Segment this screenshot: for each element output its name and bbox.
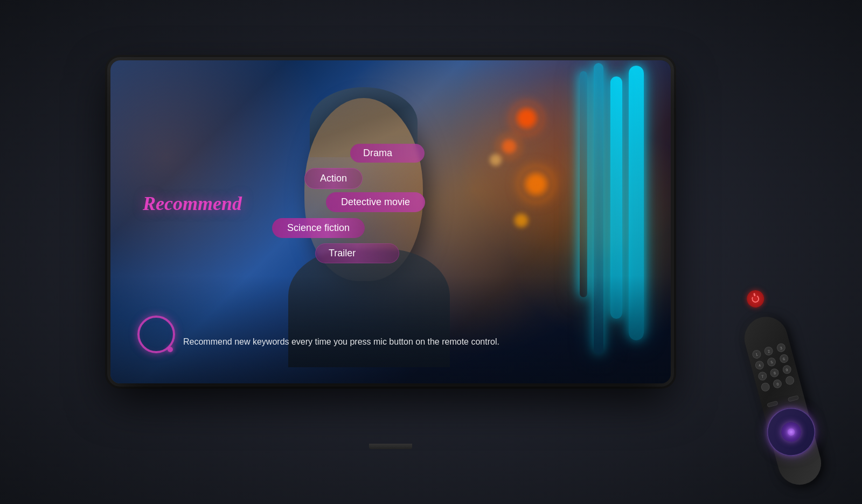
btn-1[interactable]: 1 [752,349,762,360]
remote-number-grid: 1 2 3 4 5 6 7 8 9 0 [752,342,796,392]
power-icon [751,294,760,303]
keyword-bubble-scifi[interactable]: Science fiction [272,218,365,238]
btn-5[interactable]: 5 [767,356,777,367]
btn-3[interactable]: 3 [776,342,787,353]
remote-body: 1 2 3 4 5 6 7 8 9 0 [740,312,826,489]
remote-btn-left[interactable] [767,401,778,408]
btn-6[interactable]: 6 [778,353,789,364]
voice-dot [168,347,173,352]
btn-star[interactable] [760,382,771,393]
btn-8[interactable]: 8 [769,368,780,379]
tv-frame: Recommend Drama Action Detective movie S… [110,60,671,383]
btn-7[interactable]: 7 [757,371,768,382]
tv-screen: Recommend Drama Action Detective movie S… [110,60,671,383]
btn-hash[interactable] [784,375,795,386]
btn-9[interactable]: 9 [782,365,793,375]
remote-dpad[interactable] [761,402,821,461]
btn-0[interactable]: 0 [772,379,783,389]
keyword-bubble-detective[interactable]: Detective movie [326,192,425,212]
remote-power-button[interactable] [745,288,766,309]
dpad-center-dot [787,428,796,437]
voice-assistant-icon[interactable] [137,316,175,353]
screen-ui: Recommend Drama Action Detective movie S… [110,60,671,383]
btn-2[interactable]: 2 [763,346,774,356]
btn-4[interactable]: 4 [754,360,765,370]
remote-btn-right[interactable] [788,395,799,402]
keyword-bubble-trailer[interactable]: Trailer [315,243,399,263]
keyword-bubble-drama[interactable]: Drama [350,144,425,163]
remote-control: 1 2 3 4 5 6 7 8 9 0 [694,251,857,498]
voice-hint-text: Recommend new keywords every time you pr… [183,337,638,347]
scene-wrapper: Recommend Drama Action Detective movie S… [0,0,862,504]
recommend-label: Recommend [143,192,242,215]
keyword-bubble-action[interactable]: Action [304,168,363,189]
tv-base [369,444,412,449]
